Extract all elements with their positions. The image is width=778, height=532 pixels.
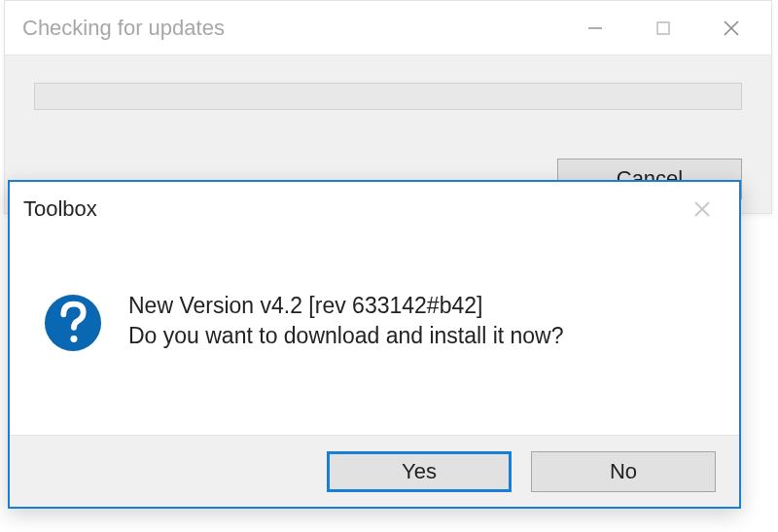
window-controls [561, 5, 765, 52]
close-button[interactable] [697, 5, 765, 52]
dialog-body: New Version v4.2 [rev 633142#b42] Do you… [10, 236, 739, 372]
toolbox-titlebar: Toolbox [10, 182, 739, 236]
maximize-icon [654, 19, 672, 37]
no-button[interactable]: No [531, 451, 716, 492]
dialog-message: New Version v4.2 [rev 633142#b42] Do you… [128, 291, 564, 351]
minimize-icon [586, 19, 604, 37]
yes-button[interactable]: Yes [327, 451, 512, 492]
message-line-2: Do you want to download and install it n… [128, 321, 564, 351]
progress-bar [34, 83, 742, 110]
no-button-label: No [610, 459, 637, 484]
toolbox-title: Toolbox [23, 196, 671, 222]
minimize-button[interactable] [561, 5, 629, 52]
updates-titlebar: Checking for updates [5, 1, 771, 55]
close-icon [691, 198, 713, 220]
yes-button-label: Yes [402, 459, 437, 484]
close-icon [722, 18, 741, 38]
updates-window-title: Checking for updates [22, 16, 561, 41]
question-icon [43, 293, 103, 353]
message-line-1: New Version v4.2 [rev 633142#b42] [128, 291, 564, 321]
maximize-button[interactable] [629, 5, 697, 52]
svg-rect-1 [657, 22, 669, 34]
dialog-button-bar: Yes No [10, 435, 739, 507]
dialog-close-button[interactable] [671, 186, 733, 232]
svg-point-7 [70, 336, 77, 342]
toolbox-dialog: Toolbox New Version v4.2 [rev 633142#b42… [8, 180, 741, 509]
